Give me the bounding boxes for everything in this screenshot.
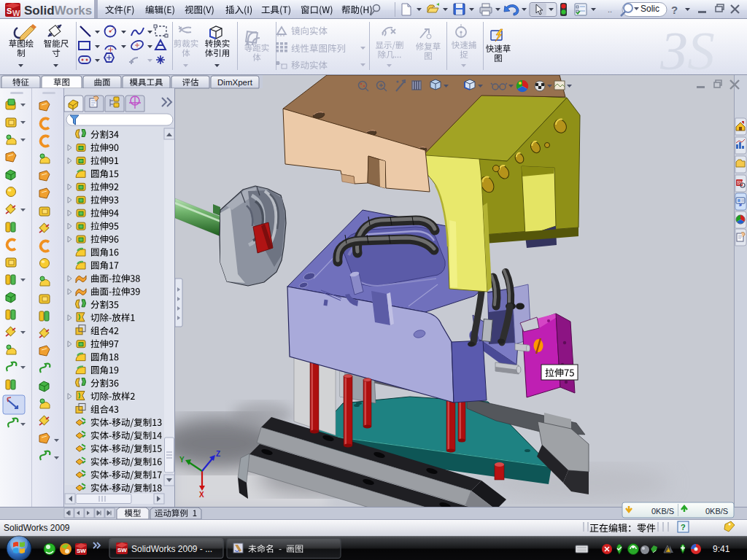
svg-text:W: W [12, 9, 20, 18]
svg-text:!: ! [667, 548, 668, 553]
svg-text:SW: SW [117, 547, 127, 553]
svg-text:..: .. [608, 5, 612, 14]
svg-text:SolidWorks 2009: SolidWorks 2009 [4, 523, 70, 533]
svg-text:?: ? [671, 4, 678, 16]
svg-text:Solic: Solic [640, 4, 659, 14]
svg-text:ЗS: ЗS [660, 20, 715, 81]
svg-text:SolidWorks 2009 - ...: SolidWorks 2009 - ... [131, 544, 212, 554]
svg-text:S: S [7, 7, 12, 15]
svg-text:Y: Y [179, 456, 185, 464]
svg-text:X: X [199, 491, 204, 499]
svg-text:SolidWorks: SolidWorks [24, 4, 92, 18]
svg-text:DimXpert: DimXpert [217, 78, 253, 87]
svg-text:0KB/S: 0KB/S [705, 507, 728, 516]
svg-text:0KB/S: 0KB/S [651, 507, 674, 516]
svg-text:?: ? [681, 523, 686, 532]
svg-text:9:41: 9:41 [713, 544, 730, 554]
svg-text:SW: SW [77, 548, 86, 554]
svg-text:Z: Z [216, 450, 220, 458]
